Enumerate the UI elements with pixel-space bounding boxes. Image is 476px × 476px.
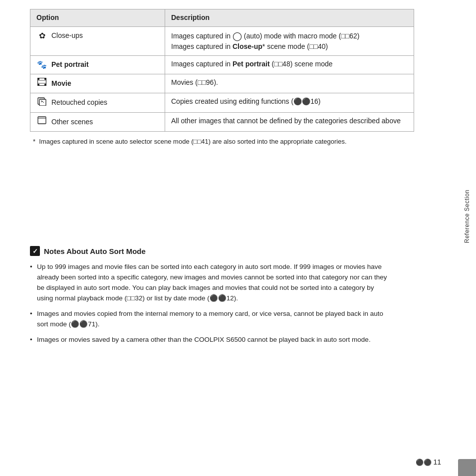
svg-rect-1: [38, 78, 39, 80]
notes-bullet-3: Images or movies saved by a camera other…: [30, 335, 389, 345]
table-row: Retouched copies Copies created using ed…: [30, 93, 414, 112]
notes-title-row: ✓ Notes About Auto Sort Mode: [30, 246, 389, 256]
svg-rect-4: [45, 84, 46, 86]
notes-bullet-2: Images and movies copied from the intern…: [30, 309, 389, 330]
svg-rect-10: [38, 117, 46, 124]
svg-rect-3: [38, 84, 39, 86]
retouch-icon: [36, 97, 47, 109]
svg-rect-8: [39, 99, 46, 106]
description-retouched: Copies created using editing functions (…: [165, 93, 414, 112]
side-tab-marker: [458, 459, 476, 476]
option-cell-movie: Movie: [36, 78, 159, 89]
option-label-closeups: Close-ups: [51, 31, 83, 41]
main-content: Option Description ✿ Close-ups Images ca…: [0, 0, 444, 360]
table-header-option: Option: [30, 9, 165, 27]
notes-title-text: Notes About Auto Sort Mode: [44, 247, 146, 255]
checkmark-icon: ✓: [30, 246, 40, 256]
option-cell-closeups: ✿ Close-ups: [36, 30, 159, 41]
svg-point-9: [41, 100, 42, 101]
flower-icon: ✿: [36, 30, 47, 41]
options-table: Option Description ✿ Close-ups Images ca…: [30, 9, 414, 132]
option-cell-otherscenes: Other scenes: [36, 116, 159, 127]
table-row: Other scenes All other images that canno…: [30, 113, 414, 131]
description-petportrait: Images captured in Pet portrait (□□48) s…: [165, 55, 414, 74]
notes-bullet-list: Up to 999 images and movie files can be …: [30, 262, 389, 345]
scene-icon: [36, 116, 47, 127]
description-otherscenes: All other images that cannot be defined …: [165, 113, 414, 131]
table-row: 🐾 Pet portrait Images captured in Pet po…: [30, 55, 414, 74]
notes-bullet-1: Up to 999 images and movie files can be …: [30, 262, 389, 304]
table-row: ✿ Close-ups Images captured in ◯ (auto) …: [30, 26, 414, 55]
option-label-otherscenes: Other scenes: [51, 117, 93, 127]
table-footnote: * Images captured in scene auto selector…: [30, 137, 414, 147]
table-header-description: Description: [165, 9, 414, 27]
side-label-area: Reference Section: [458, 190, 476, 289]
option-label-retouched: Retouched copies: [51, 98, 107, 108]
reference-section-label: Reference Section: [464, 190, 471, 248]
description-movie: Movies (□□96).: [165, 74, 414, 93]
page-number: ⚫⚫ 11: [416, 458, 441, 466]
svg-rect-2: [45, 78, 46, 80]
option-label-movie: Movie: [51, 79, 71, 89]
option-cell-retouched: Retouched copies: [36, 97, 159, 109]
description-closeups: Images captured in ◯ (auto) mode with ma…: [165, 26, 414, 55]
option-label-petportrait: Pet portrait: [51, 60, 89, 70]
paw-icon: 🐾: [36, 59, 47, 70]
table-row: Movie Movies (□□96).: [30, 74, 414, 93]
option-cell-petportrait: 🐾 Pet portrait: [36, 59, 159, 70]
notes-section: ✓ Notes About Auto Sort Mode Up to 999 i…: [30, 246, 414, 345]
movie-icon: [36, 78, 47, 89]
page-num-text: 11: [433, 458, 441, 466]
page-num-icon: ⚫⚫: [416, 459, 432, 466]
